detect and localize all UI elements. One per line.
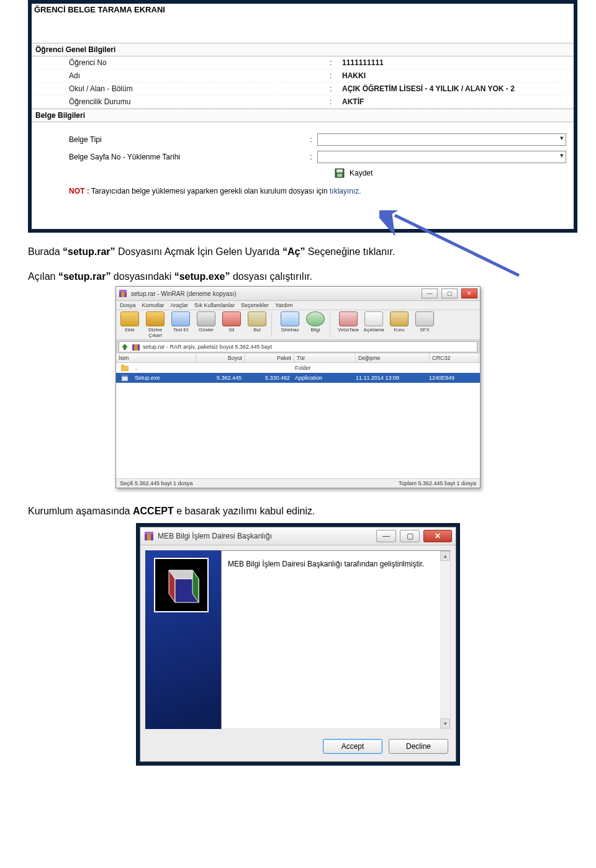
decline-button[interactable]: Decline [389,739,448,754]
row-student-no: Öğrenci No : 1111111111 [32,56,574,69]
tb-info[interactable]: Bilgi [303,311,328,338]
close-button[interactable]: ✕ [423,530,452,542]
label-student-no: Öğrenci No [69,58,330,67]
label-status: Öğrencilik Durumu [69,97,330,106]
svg-rect-10 [121,365,124,367]
svg-rect-15 [147,534,151,540]
winrar-statusbar: Seçili 5.362.445 bayt 1 dosya Toplam 5.3… [116,478,480,488]
list-row-setup-exe[interactable]: Setup.exe 5.362.445 5.330.462 Applicatio… [116,373,480,383]
col-type[interactable]: Tür [294,354,356,362]
tb-delete[interactable]: Sil [219,311,244,338]
scroll-down-icon[interactable]: ▾ [440,718,450,728]
save-label: Kaydet [350,169,372,177]
note-link[interactable]: tıklayınız. [330,187,361,195]
col-size[interactable]: Boyut [196,354,245,362]
winrar-address-bar[interactable]: setup.rar - RAR arşiv, paketsiz boyut 5.… [119,341,477,352]
tb-sep [271,313,276,337]
label-name: Adı [69,71,330,80]
row-doc-type: Belge Tipi : [32,131,574,148]
installer-screenshot-frame: MEB Bilgi İşlem Dairesi Başkanlığı — ▢ ✕… [136,523,460,766]
accept-button[interactable]: Accept [323,739,382,754]
select-upload-date[interactable] [317,151,566,163]
installer-logo [154,558,209,612]
panel-title: ĞRENCİ BELGE TARAMA EKRANI [32,4,574,17]
value-school: AÇIK ÖĞRETİM LİSESİ - 4 YILLIK / ALAN YO… [342,84,570,93]
up-icon[interactable] [120,342,129,351]
installer-content: MEB Bilgi İşlem Dairesi Başkanlığı taraf… [221,550,451,729]
winrar-titlebar: setup.rar - WinRAR (deneme kopyası) — ▢ … [116,287,480,301]
value-status: AKTİF [342,97,570,106]
folder-up-icon [119,364,131,372]
section-student-info: Öğrenci Genel Bilgileri [32,43,574,56]
close-button[interactable]: ✕ [461,289,477,298]
student-form-screenshot: ĞRENCİ BELGE TARAMA EKRANI Öğrenci Genel… [28,0,577,233]
winrar-window: setup.rar - WinRAR (deneme kopyası) — ▢ … [115,286,481,488]
svg-rect-1 [336,169,343,172]
row-status: Öğrencilik Durumu : AKTİF [32,96,574,109]
select-doc-type[interactable] [317,133,566,146]
tb-virus[interactable]: VirüsTara [336,311,361,338]
section-doc-info: Belge Bilgileri [32,109,574,122]
tb-extract[interactable]: Dizine Çıkart [143,311,168,338]
tb-add[interactable]: Ekle [117,311,142,338]
tb-find[interactable]: Bul [245,311,269,338]
winrar-menubar[interactable]: Dosya Komutlar Araçlar Sık Kullanılanlar… [116,301,480,310]
value-student-no: 1111111111 [342,58,570,67]
menu-options[interactable]: Seçenekler [241,302,269,308]
svg-rect-12 [122,375,128,377]
tb-comment[interactable]: Açıklama [361,311,386,338]
maximize-button[interactable]: ▢ [441,289,458,298]
archive-icon [132,342,140,351]
save-button[interactable]: Kaydet [32,166,574,181]
save-icon [333,167,346,179]
installer-title-text: MEB Bilgi İşlem Dairesi Başkanlığı [158,532,272,540]
winrar-title-text: setup.rar - WinRAR (deneme kopyası) [131,290,237,297]
label-school: Okul / Alan - Bölüm [69,84,330,93]
col-crc[interactable]: CRC32 [430,354,479,362]
winrar-columns[interactable]: İsim Boyut Paket Tür Değişme CRC32 [116,354,480,363]
minimize-button[interactable]: — [376,530,396,542]
instruction-1: Burada “setup.rar” Dosyasını Açmak İçin … [28,246,596,257]
row-upload-date: Belge Sayfa No - Yüklenme Tarihi : [32,148,574,166]
value-name: HAKKI [342,71,570,80]
status-right: Toplam 5.362.445 bayt 1 dosya [399,480,476,486]
list-row-parent[interactable]: .. Folder [116,363,480,373]
maximize-button[interactable]: ▢ [400,530,420,542]
tb-test[interactable]: Test Et [168,311,193,338]
label-upload-date: Belge Sayfa No - Yüklenme Tarihi [69,153,305,161]
note-row: NOT : Tarayıcıdan belge yüklemesi yapark… [32,181,574,198]
scrollbar[interactable]: ▴ ▾ [440,551,450,728]
scroll-up-icon[interactable]: ▴ [440,551,450,561]
address-text: setup.rar - RAR arşiv, paketsiz boyut 5.… [143,344,272,350]
note-prefix: NOT : [69,187,89,195]
col-packed[interactable]: Paket [245,354,294,362]
col-name[interactable]: İsim [116,354,196,362]
installer-sidebar [145,550,221,729]
col-date[interactable]: Değişme [356,354,430,362]
menu-file[interactable]: Dosya [120,302,136,308]
row-school: Okul / Alan - Bölüm : AÇIK ÖĞRETİM LİSES… [32,83,574,96]
menu-favorites[interactable]: Sık Kullanılanlar [194,302,235,308]
installer-icon [144,531,154,541]
label-doc-type: Belge Tipi [69,135,305,144]
menu-commands[interactable]: Komutlar [142,302,165,308]
instruction-2: Açılan “setup.rar” dosyasındaki “setup.e… [28,271,596,282]
row-name: Adı : HAKKI [32,69,574,83]
svg-rect-6 [121,292,125,297]
tb-sep2 [330,313,334,337]
menu-help[interactable]: Yardım [275,302,292,308]
installer-window: MEB Bilgi İşlem Dairesi Başkanlığı — ▢ ✕… [140,527,456,762]
menu-tools[interactable]: Araçlar [171,302,189,308]
tb-view[interactable]: Göster [194,311,219,338]
svg-rect-8 [134,344,138,351]
tb-wizard[interactable]: Sihirbaz [278,311,302,338]
minimize-button[interactable]: — [422,289,438,298]
instruction-3: Kurumlum aşamasında ACCEPT e basarak yaz… [28,506,596,517]
winrar-toolbar: Ekle Dizine Çıkart Test Et Göster Sil Bu… [116,310,480,340]
installer-message: MEB Bilgi İşlem Dairesi Başkanlığı taraf… [222,551,450,577]
winrar-file-list[interactable]: .. Folder Setup.exe 5.362.445 5.330.462 … [116,363,480,478]
tb-protect[interactable]: Koru [387,311,412,338]
svg-rect-2 [337,174,342,177]
tb-sfx[interactable]: SFX [412,311,437,338]
note-text: Tarayıcıdan belge yüklemesi yaparken ger… [91,187,330,195]
